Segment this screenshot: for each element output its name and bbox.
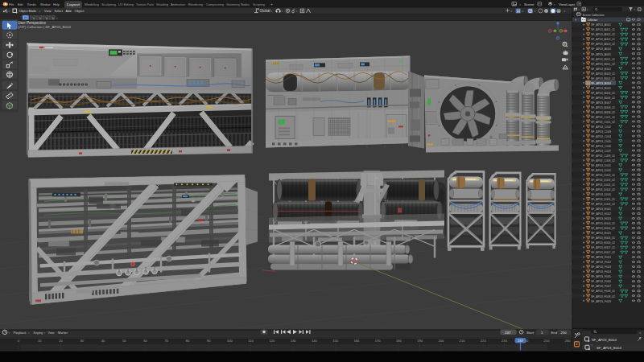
svg-text:SF_AP03_A004: SF_AP03_A004 (591, 47, 612, 51)
svg-text:v: v (554, 3, 555, 6)
svg-text:250: 250 (544, 339, 551, 343)
svg-text:SF_AP03_E005: SF_AP03_E005 (591, 231, 611, 235)
svg-text:Scene Collection: Scene Collection (583, 13, 605, 17)
svg-text:End: End (551, 331, 558, 335)
svg-text:SF_AP03_E003: SF_AP03_E003 (591, 216, 611, 220)
svg-text:SF_AP03_E007_02: SF_AP03_E007_02 (591, 250, 615, 254)
svg-text:User Perspective: User Perspective (18, 21, 46, 25)
svg-text:Modeling: Modeling (85, 2, 100, 6)
svg-text:UV Editing: UV Editing (118, 2, 134, 6)
svg-text:SF_AP03_B003_02: SF_AP03_B003_02 (591, 76, 615, 80)
svg-text:SF_AP03_F003: SF_AP03_F003 (591, 265, 611, 269)
svg-text:SF_AP03_F008_01: SF_AP03_F008_01 (591, 290, 615, 294)
svg-text:Keying: Keying (34, 331, 43, 335)
svg-text:Geometry Nodes: Geometry Nodes (226, 2, 250, 6)
svg-text:Help: Help (53, 2, 60, 6)
svg-text:SF_AP03_E004_01: SF_AP03_E004_01 (591, 221, 615, 225)
svg-text:90: 90 (207, 339, 211, 343)
svg-text:40: 40 (101, 339, 105, 343)
svg-text:30: 30 (80, 339, 84, 343)
svg-text:190: 190 (417, 339, 423, 343)
svg-text:SF_AP03_F005: SF_AP03_F005 (591, 274, 611, 278)
svg-text:v: v (282, 10, 283, 13)
svg-text:Texture Paint: Texture Paint (136, 2, 155, 6)
svg-text:220: 220 (481, 339, 487, 343)
svg-text:SF_AP03_B004: SF_AP03_B004 (592, 338, 617, 342)
svg-text:100: 100 (227, 339, 233, 343)
svg-text:(237) Collection | SF_AP03_B00: (237) Collection | SF_AP03_B004 (18, 25, 71, 29)
svg-text:180: 180 (396, 339, 402, 343)
svg-text:SF_AP03_B001_01: SF_AP03_B001_01 (591, 57, 615, 61)
svg-text:SF_AP03_B005: SF_AP03_B005 (591, 86, 611, 90)
svg-text:200: 200 (438, 339, 444, 343)
svg-text:SF_AP03_C001_02: SF_AP03_C001_02 (591, 120, 615, 124)
svg-text:SF_AP03_B004: SF_AP03_B004 (597, 346, 621, 350)
svg-text:170: 170 (375, 339, 382, 343)
svg-text:v: v (535, 10, 536, 13)
svg-text:SF_AP03_E002: SF_AP03_E002 (591, 212, 611, 216)
svg-text:SF_AP03_B002: SF_AP03_B002 (591, 67, 611, 71)
svg-text:140: 140 (312, 339, 318, 343)
svg-text:SF_AP03_F009: SF_AP03_F009 (591, 299, 611, 303)
svg-text:SF_AP03_D004_01: SF_AP03_D004_01 (591, 183, 615, 187)
svg-text:60: 60 (143, 339, 147, 343)
svg-text:210: 210 (460, 339, 466, 343)
svg-text:150: 150 (332, 339, 339, 343)
svg-text:20: 20 (59, 339, 63, 343)
svg-text:260: 260 (565, 339, 572, 343)
svg-text:SF_AP03_A003_01: SF_AP03_A003_01 (591, 37, 615, 41)
svg-text:Object: Object (75, 9, 85, 13)
svg-text:Shading: Shading (156, 2, 169, 6)
svg-text:SF_AP03_B003_01: SF_AP03_B003_01 (591, 72, 615, 76)
svg-text:v: v (511, 10, 513, 13)
svg-text:Scene: Scene (524, 2, 535, 6)
svg-text:View: View (44, 9, 52, 13)
svg-text:SF_AP03_F008_02: SF_AP03_F008_02 (591, 294, 615, 298)
svg-text:SF_AP03_A002_02: SF_AP03_A002_02 (591, 32, 615, 36)
svg-text:110: 110 (248, 339, 254, 343)
svg-text:SF_AP03_C003: SF_AP03_C003 (591, 130, 611, 134)
svg-text:SF_AP03_C008_02: SF_AP03_C008_02 (591, 158, 615, 162)
svg-text:v: v (522, 10, 524, 13)
svg-text:Object Mode: Object Mode (19, 9, 37, 13)
svg-text:SF_AP03_C004: SF_AP03_C004 (591, 134, 612, 138)
svg-text:v: v (56, 17, 58, 20)
svg-text:Add: Add (66, 9, 72, 13)
svg-text:Animation: Animation (171, 2, 186, 6)
svg-text:Layout: Layout (67, 2, 80, 6)
svg-text:Start: Start (526, 331, 535, 335)
svg-text:SF_AP03_F004: SF_AP03_F004 (591, 269, 612, 274)
svg-text:SF_AP03_D001: SF_AP03_D001 (591, 163, 611, 167)
svg-text:SF_AP03_C008_01: SF_AP03_C008_01 (591, 154, 615, 158)
svg-text:SF_AP03_A002_01: SF_AP03_A002_01 (591, 27, 615, 31)
svg-text:SF_AP03_A001: SF_AP03_A001 (591, 23, 611, 27)
svg-text:SF_AP03_D003_02: SF_AP03_D003_02 (591, 178, 615, 182)
svg-text:SF_AP03_C005: SF_AP03_C005 (591, 139, 611, 143)
svg-text:SF_AP03_F006: SF_AP03_F006 (591, 279, 611, 283)
svg-text:Compositing: Compositing (206, 2, 225, 6)
svg-text:v: v (296, 10, 298, 13)
svg-text:250: 250 (561, 331, 568, 335)
svg-text:SF_AP03_B006_02: SF_AP03_B006_02 (591, 96, 615, 100)
svg-text:Rendering: Rendering (188, 2, 203, 6)
svg-text:SF_AP03_F007: SF_AP03_F007 (591, 284, 611, 288)
svg-text:130: 130 (291, 339, 297, 343)
svg-text:SF_AP03_D003_01: SF_AP03_D003_01 (591, 173, 615, 177)
svg-text:Sculpting: Sculpting (101, 2, 117, 6)
svg-text:SF_AP03_D004_02: SF_AP03_D004_02 (591, 187, 615, 191)
svg-text:SF_AP03_D005: SF_AP03_D005 (591, 192, 611, 196)
svg-text:SF_AP03_E006_01: SF_AP03_E006_01 (591, 236, 615, 240)
svg-text:Select: Select (55, 9, 64, 13)
svg-text:SF_AP03_C002: SF_AP03_C002 (591, 125, 611, 129)
svg-text:View: View (48, 331, 56, 335)
svg-text:SF_AP03_C007: SF_AP03_C007 (591, 149, 611, 153)
svg-text:SF_AP03_B008_01: SF_AP03_B008_01 (591, 105, 615, 109)
svg-text:SF_AP03_D006_02: SF_AP03_D006_02 (591, 202, 615, 206)
svg-text:v: v (271, 10, 273, 13)
svg-text:SF_AP03_D006_01: SF_AP03_D006_01 (591, 197, 615, 201)
svg-text:SF_AP03_B007: SF_AP03_B007 (591, 101, 611, 105)
svg-text:Global: Global (260, 9, 270, 13)
svg-text:ViewLayer: ViewLayer (559, 2, 576, 6)
svg-text:SF_AP03_B008_02: SF_AP03_B008_02 (591, 110, 615, 114)
svg-text:SF_AP03_C001_01: SF_AP03_C001_01 (591, 115, 615, 119)
